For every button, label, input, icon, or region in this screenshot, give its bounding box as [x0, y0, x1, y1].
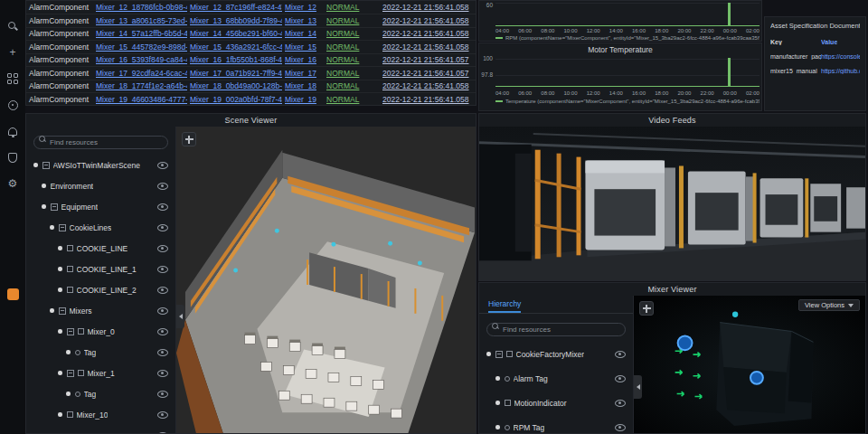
- pan-tool-button[interactable]: [182, 132, 196, 146]
- teal-tag-marker[interactable]: [732, 312, 738, 317]
- mixer-name-link[interactable]: Mixer_14: [282, 27, 324, 41]
- alarm-id-link[interactable]: Mixer_14_456be291-bf60-4...: [187, 27, 282, 41]
- tree-item-motionindicator[interactable]: MotionIndicator: [479, 391, 633, 415]
- alarm-id-link[interactable]: Mixer_12_87c196ff-e824-47...: [187, 1, 282, 14]
- mixer-name-link[interactable]: Mixer_18: [282, 80, 324, 93]
- tree-item-equipment[interactable]: Equipment: [26, 196, 175, 217]
- tree-item-cookielines[interactable]: CookieLines: [26, 217, 175, 238]
- rpm-legend[interactable]: RPM (componentName="MixerComponent", ent…: [495, 35, 760, 41]
- settings-nav-button[interactable]: ⚙: [5, 175, 21, 192]
- value-column-header[interactable]: Value: [821, 39, 837, 45]
- mixer-name-link[interactable]: Mixer_12: [282, 1, 324, 14]
- entity-id-link[interactable]: Mixer_14_57a12ffb-6b5d-49...: [93, 27, 187, 41]
- table-row[interactable]: AlarmComponent Mixer_18_1774f1e2-a64b-4.…: [26, 80, 476, 93]
- rpm-tag-marker[interactable]: [750, 372, 763, 384]
- timestamp-link[interactable]: 2022-12-21 21:56:41.058: [380, 93, 476, 107]
- visibility-eye-icon[interactable]: [615, 375, 626, 382]
- mixer-name-link[interactable]: Mixer_15: [282, 41, 324, 54]
- visibility-eye-icon[interactable]: [157, 349, 168, 356]
- panel-title[interactable]: Scene Viewer: [26, 114, 476, 127]
- status-badge[interactable]: NORMAL: [324, 53, 380, 67]
- mixer-name-link[interactable]: Mixer_16: [282, 53, 324, 67]
- collapse-icon[interactable]: [59, 307, 66, 315]
- tree-item-tag[interactable]: Tag: [26, 383, 175, 404]
- visibility-eye-icon[interactable]: [157, 266, 168, 273]
- alarm-id-link[interactable]: Mixer_19_002a0bfd-78f7-42...: [187, 93, 282, 107]
- aws-logo[interactable]: [7, 288, 19, 300]
- visibility-eye-icon[interactable]: [157, 203, 168, 211]
- video-feed-viewport[interactable]: [479, 127, 865, 280]
- status-badge[interactable]: NORMAL: [324, 41, 380, 54]
- tree-item-tag[interactable]: Tag: [26, 425, 175, 433]
- create-nav-button[interactable]: +: [5, 44, 21, 61]
- collapse-icon[interactable]: [42, 162, 50, 169]
- table-row[interactable]: AlarmComponent Mixer_14_57a12ffb-6b5d-49…: [26, 27, 476, 41]
- collapse-icon[interactable]: [67, 328, 74, 335]
- entity-id-link[interactable]: Mixer_17_92cdfa24-6cac-4...: [93, 67, 187, 80]
- admin-nav-button[interactable]: [5, 149, 21, 165]
- tree-item-environment[interactable]: Environment: [26, 175, 175, 196]
- find-resources-input[interactable]: [33, 136, 168, 149]
- table-row[interactable]: AlarmComponent Mixer_17_92cdfa24-6cac-4.…: [26, 67, 476, 80]
- tree-item-alarm-tag[interactable]: Alarm Tag: [479, 366, 633, 391]
- tree-item-rpm-tag[interactable]: RPM Tag: [479, 415, 633, 433]
- collapse-icon[interactable]: [59, 224, 66, 231]
- tree-item-cookie-line-1[interactable]: COOKIE_LINE_1: [26, 259, 175, 279]
- visibility-eye-icon[interactable]: [157, 307, 168, 315]
- alarm-id-link[interactable]: Mixer_16_1fb550b1-868f-4e...: [187, 53, 282, 67]
- pan-tool-button[interactable]: [639, 301, 654, 316]
- timestamp-link[interactable]: 2022-12-21 21:56:41.058: [380, 14, 476, 28]
- tree-item-tag[interactable]: Tag: [26, 342, 175, 363]
- alarm-id-link[interactable]: Mixer_18_0bd49a00-128b-4...: [187, 80, 282, 93]
- mixer-machine-model[interactable]: [716, 323, 813, 426]
- panel-title[interactable]: Mixer Viewer: [479, 283, 865, 296]
- status-badge[interactable]: NORMAL: [324, 27, 380, 41]
- search-nav-button[interactable]: [5, 18, 21, 34]
- tab-hierarchy[interactable]: Hierarchy: [488, 299, 521, 313]
- mixer-name-link[interactable]: Mixer_13: [282, 14, 324, 28]
- visibility-eye-icon[interactable]: [157, 370, 168, 377]
- temperature-legend[interactable]: Temperature (componentName="MixerCompone…: [495, 99, 760, 104]
- entity-id-link[interactable]: Mixer_13_a8061c85-73ed-4...: [93, 14, 187, 28]
- entity-id-link[interactable]: Mixer_19_46603486-4777-4...: [93, 93, 187, 107]
- visibility-eye-icon[interactable]: [157, 432, 168, 434]
- mixer-3d-viewport[interactable]: View Options: [634, 296, 865, 433]
- table-row[interactable]: AlarmComponent Mixer_13_a8061c85-73ed-4.…: [26, 14, 476, 28]
- status-badge[interactable]: NORMAL: [324, 93, 380, 107]
- alarm-id-link[interactable]: Mixer_13_68bb09dd-7f89-4...: [187, 14, 282, 28]
- asset-value-link[interactable]: https://github.com: [821, 68, 860, 74]
- entity-id-link[interactable]: Mixer_15_445782e9-898d-4...: [93, 41, 187, 54]
- entity-id-link[interactable]: Mixer_12_18786fcb-0b98-4...: [93, 1, 187, 14]
- mixer-name-link[interactable]: Mixer_19: [282, 93, 324, 107]
- panel-title[interactable]: Video Feeds: [479, 114, 865, 127]
- alarm-id-link[interactable]: Mixer_15_436a2921-6fcc-4...: [187, 41, 282, 54]
- tree-item-mixer-0[interactable]: Mixer_0: [26, 321, 175, 342]
- asset-value-link[interactable]: https://console.aw: [821, 53, 860, 60]
- timestamp-link[interactable]: 2022-12-21 21:56:41.058: [380, 80, 476, 93]
- visibility-eye-icon[interactable]: [615, 400, 626, 407]
- tree-item-mixers[interactable]: Mixers: [26, 300, 175, 321]
- collapse-tree-handle[interactable]: [176, 305, 184, 328]
- tree-item-scene-root[interactable]: AWSIoTTwinMakerScene: [26, 155, 175, 175]
- tree-item-cookie-line[interactable]: COOKIE_LINE: [26, 238, 175, 259]
- collapse-icon[interactable]: [495, 351, 503, 358]
- find-resources-input[interactable]: [486, 323, 626, 336]
- explore-nav-button[interactable]: [5, 97, 21, 113]
- collapse-icon[interactable]: [67, 370, 74, 377]
- dashboards-nav-button[interactable]: [5, 71, 21, 87]
- mixer-name-link[interactable]: Mixer_17: [282, 67, 324, 80]
- status-badge[interactable]: NORMAL: [324, 67, 380, 80]
- status-badge[interactable]: NORMAL: [324, 80, 380, 93]
- visibility-eye-icon[interactable]: [157, 162, 168, 169]
- table-row[interactable]: AlarmComponent Mixer_12_18786fcb-0b98-4.…: [26, 1, 476, 14]
- collapse-icon[interactable]: [51, 203, 58, 211]
- visibility-eye-icon[interactable]: [157, 183, 168, 190]
- view-options-button[interactable]: View Options: [798, 299, 860, 311]
- visibility-eye-icon[interactable]: [157, 411, 168, 419]
- visibility-eye-icon[interactable]: [157, 224, 168, 231]
- visibility-eye-icon[interactable]: [157, 391, 168, 398]
- key-column-header[interactable]: Key: [770, 39, 821, 45]
- tree-item-cookie-line-2[interactable]: COOKIE_LINE_2: [26, 279, 175, 300]
- tree-item-mixer-10[interactable]: Mixer_10: [26, 404, 175, 425]
- status-badge[interactable]: NORMAL: [324, 1, 380, 14]
